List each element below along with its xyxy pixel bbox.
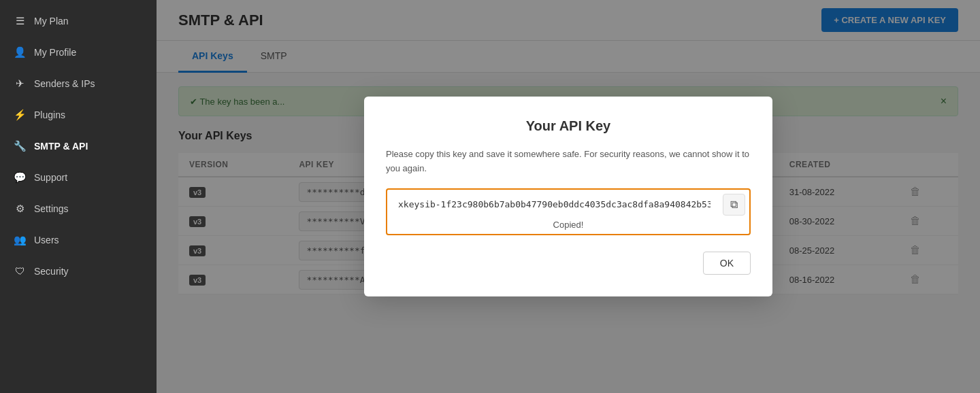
sidebar-item-users[interactable]: 👥 Users [0, 224, 157, 256]
sidebar-item-plugins[interactable]: ⚡ Plugins [0, 99, 157, 131]
modal-overlay: Your API Key Please copy this key and sa… [157, 0, 980, 393]
sidebar-label-smtp: SMTP & API [34, 141, 88, 152]
ok-button[interactable]: OK [703, 252, 751, 275]
sidebar-label-senders: Senders & IPs [34, 78, 95, 89]
sidebar-label-support: Support [34, 172, 67, 183]
api-key-copy-area: ⧉ Copied! [386, 188, 751, 235]
copied-label: Copied! [391, 220, 745, 230]
copy-icon: ⧉ [730, 199, 738, 210]
modal-description: Please copy this key and save it somewhe… [386, 148, 751, 176]
sidebar-label-plugins: Plugins [34, 109, 65, 120]
sidebar-item-smtp-api[interactable]: 🔧 SMTP & API [0, 131, 157, 162]
sidebar-item-settings[interactable]: ⚙ Settings [0, 193, 157, 224]
copy-api-key-button[interactable]: ⧉ [723, 194, 745, 216]
plugins-icon: ⚡ [14, 109, 26, 121]
sidebar-label-my-plan: My Plan [34, 16, 69, 27]
sidebar: ☰ My Plan 👤 My Profile ✈ Senders & IPs ⚡… [0, 0, 157, 393]
settings-icon: ⚙ [14, 203, 26, 215]
sidebar-label-my-profile: My Profile [34, 47, 76, 58]
modal-footer: OK [386, 252, 751, 275]
sidebar-item-my-plan[interactable]: ☰ My Plan [0, 5, 157, 37]
sidebar-item-senders-ips[interactable]: ✈ Senders & IPs [0, 68, 157, 99]
sidebar-label-users: Users [34, 235, 59, 245]
smtp-icon: 🔧 [14, 140, 26, 152]
senders-icon: ✈ [14, 78, 26, 90]
api-key-input[interactable] [391, 194, 717, 215]
sidebar-item-support[interactable]: 💬 Support [0, 162, 157, 193]
plan-icon: ☰ [14, 15, 26, 27]
modal-title: Your API Key [386, 118, 751, 134]
support-icon: 💬 [14, 171, 26, 184]
sidebar-label-settings: Settings [34, 203, 69, 214]
api-key-modal: Your API Key Please copy this key and sa… [364, 97, 772, 296]
sidebar-label-security: Security [34, 266, 69, 277]
security-icon: 🛡 [14, 265, 26, 277]
profile-icon: 👤 [14, 46, 26, 58]
api-key-copy-row: ⧉ [391, 194, 745, 216]
users-icon: 👥 [14, 234, 26, 246]
sidebar-item-my-profile[interactable]: 👤 My Profile [0, 37, 157, 68]
main-content: SMTP & API + CREATE A NEW API KEY API Ke… [157, 0, 980, 393]
sidebar-item-security[interactable]: 🛡 Security [0, 256, 157, 286]
